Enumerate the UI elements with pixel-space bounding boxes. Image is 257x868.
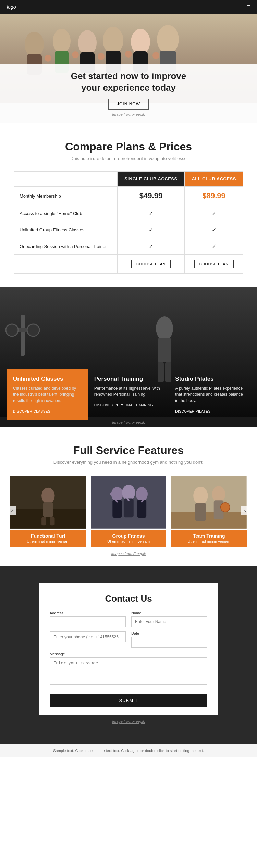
feature-image-fitness [91, 475, 167, 530]
date-label: Date [131, 631, 207, 636]
single-club-header: SINGLE CLUB ACCESS [117, 172, 185, 187]
name-input[interactable] [131, 616, 207, 627]
svg-point-17 [152, 52, 159, 59]
feature-label-title-1: Group Fitness [95, 533, 162, 539]
feature-label-title-0: Functional Turf [14, 533, 82, 539]
message-textarea[interactable] [50, 657, 207, 685]
row-all-3: ✓ [185, 238, 243, 255]
site-header: logo ≡ [0, 0, 257, 14]
svg-point-15 [98, 53, 105, 60]
feature-label-title-2: Team Training [175, 533, 243, 539]
date-group: Date [131, 631, 207, 648]
row-label-2: Unlimited Group Fitness Classes [14, 222, 118, 238]
svg-rect-46 [195, 503, 206, 521]
svg-point-11 [157, 25, 179, 54]
compare-subtitle: Duis aute irure dolor in reprehenderit i… [14, 156, 243, 161]
submit-button[interactable]: SUBMIT [50, 694, 207, 707]
plans-table: SINGLE CLUB ACCESS ALL CLUB ACCESS Month… [14, 171, 243, 274]
address-label: Address [50, 611, 126, 615]
address-group: Address [50, 611, 126, 627]
service-card-title-1: Personal Training [94, 376, 163, 382]
service-card-text-1: Performance at its highest level with re… [94, 385, 163, 398]
turf-svg [10, 475, 86, 530]
svg-point-1 [25, 32, 44, 58]
hero-caption: Image from Freepik [7, 112, 250, 116]
discover-pilates-link[interactable]: DISCOVER PILATES [175, 410, 210, 413]
feature-label-sub-0: Ut enim ad minim veniam [14, 539, 82, 543]
carousel-next-button[interactable]: › [241, 506, 249, 515]
join-now-button[interactable]: JOIN NOW [108, 99, 149, 110]
svg-rect-19 [21, 315, 25, 356]
svg-point-3 [53, 29, 71, 53]
discover-personal-link[interactable]: DISCOVER PERSONAL TRAINING [94, 403, 153, 407]
features-carousel: ‹ Functional Turf Ut enim ad minim venia… [10, 475, 247, 547]
contact-row-2: Date [50, 631, 207, 648]
row-single-3: ✓ [117, 238, 185, 255]
row-label-3: Onboarding Session with a Personal Train… [14, 238, 118, 255]
logo: logo [7, 4, 16, 10]
footer-note: Sample text. Click to select the text bo… [0, 744, 257, 757]
table-empty-footer [14, 255, 118, 274]
table-row-2: Unlimited Group Fitness Classes✓✓ [14, 222, 243, 238]
all-club-header: ALL CLUB ACCESS [185, 172, 243, 187]
hero-title: Get started now to improve your experien… [7, 71, 250, 94]
svg-point-14 [72, 51, 79, 58]
svg-point-47 [212, 486, 225, 502]
compare-title: Compare Plans & Prices [14, 140, 243, 153]
contact-form-wrapper: Contact Us Address Name Date Message [39, 583, 218, 715]
phone-group [50, 631, 126, 648]
row-all-1: ✓ [185, 205, 243, 222]
discover-classes-link[interactable]: DISCOVER CLASSES [13, 410, 50, 413]
contact-title: Contact Us [50, 593, 207, 604]
features-section: Full Service Features Discover everythin… [0, 427, 257, 566]
menu-icon[interactable]: ≡ [246, 3, 250, 11]
table-row-3: Onboarding Session with a Personal Train… [14, 238, 243, 255]
svg-point-22 [27, 324, 39, 336]
hero-overlay: Get started now to improve your experien… [0, 64, 257, 123]
svg-point-7 [103, 27, 123, 54]
svg-point-5 [78, 30, 97, 55]
service-card-personal: Personal Training Performance at its hig… [88, 369, 169, 420]
contact-row-1: Address Name [50, 611, 207, 627]
service-card-text-0: Classes curated and developed by the ind… [13, 385, 82, 404]
svg-point-34 [111, 487, 123, 501]
message-label: Message [50, 652, 207, 656]
feature-label-team: Team Training Ut enim ad minim veniam [171, 530, 247, 547]
message-group: Message [50, 652, 207, 686]
date-input[interactable] [131, 637, 207, 648]
svg-rect-32 [50, 517, 54, 525]
hero-section: Get started now to improve your experien… [0, 14, 257, 123]
row-all-2: ✓ [185, 222, 243, 238]
feature-label-turf: Functional Turf Ut enim ad minim veniam [10, 530, 86, 547]
svg-rect-31 [41, 517, 46, 525]
row-single-0: $49.99 [117, 187, 185, 205]
table-row-0: Monthly Membership$49.99$89.99 [14, 187, 243, 205]
svg-point-21 [6, 324, 18, 336]
row-single-1: ✓ [117, 205, 185, 222]
carousel-prev-button[interactable]: ‹ [8, 506, 16, 515]
table-empty-header [14, 172, 118, 187]
address-input[interactable] [50, 616, 126, 627]
svg-rect-44 [171, 512, 247, 529]
features-caption: Images from Freepik [10, 552, 247, 556]
feature-image-team [171, 475, 247, 530]
choose-all-button[interactable]: CHOOSE PLAN [194, 260, 234, 268]
name-group: Name [131, 611, 207, 627]
team-svg [171, 475, 247, 530]
choose-all-cell: CHOOSE PLAN [185, 255, 243, 274]
services-grid: Unlimited Classes Classes curated and de… [0, 369, 257, 427]
svg-rect-24 [158, 338, 171, 362]
choose-single-button[interactable]: CHOOSE PLAN [131, 260, 171, 268]
name-label: Name [131, 611, 207, 615]
table-row-1: Access to a single "Home" Club✓✓ [14, 205, 243, 222]
row-single-2: ✓ [117, 222, 185, 238]
svg-point-23 [156, 316, 173, 340]
feature-card-fitness: Group Fitness Ut enim ad minim veniam [91, 475, 167, 547]
features-subtitle: Discover everything you need in a neighb… [10, 460, 247, 465]
features-title: Full Service Features [10, 444, 247, 457]
service-card-unlimited: Unlimited Classes Classes curated and de… [7, 369, 88, 420]
phone-input[interactable] [50, 631, 126, 642]
svg-rect-37 [124, 498, 134, 517]
row-label-0: Monthly Membership [14, 187, 118, 205]
contact-row-3: Message [50, 652, 207, 686]
